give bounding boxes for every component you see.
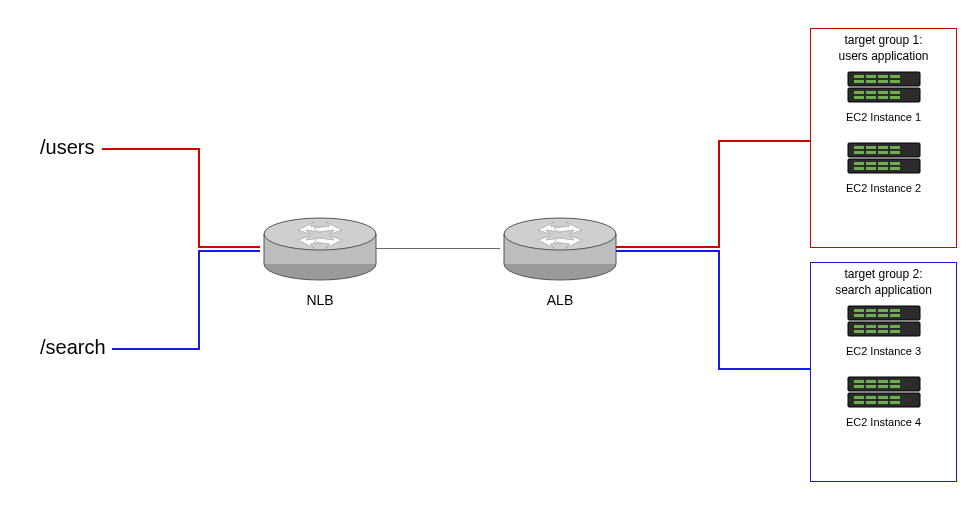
ec2-instance-1-label: EC2 Instance 1: [811, 111, 956, 123]
svg-rect-83: [866, 401, 876, 404]
svg-rect-66: [878, 330, 888, 333]
connector-alb-tg2-v: [718, 250, 720, 370]
svg-rect-43: [866, 162, 876, 165]
connector-alb-tg2-h1: [616, 250, 720, 252]
svg-rect-17: [866, 75, 876, 78]
svg-rect-84: [878, 401, 888, 404]
svg-rect-70: [854, 380, 864, 383]
svg-rect-79: [866, 396, 876, 399]
target-group-2: target group 2: search application EC2 I…: [810, 262, 957, 482]
svg-rect-30: [878, 96, 888, 99]
svg-rect-46: [854, 167, 864, 170]
svg-rect-80: [878, 396, 888, 399]
nlb-device: NLB: [260, 214, 380, 284]
svg-rect-23: [890, 80, 900, 83]
svg-rect-18: [878, 75, 888, 78]
connector-search-h1: [112, 348, 200, 350]
svg-rect-55: [890, 309, 900, 312]
svg-rect-32: [848, 143, 920, 157]
svg-rect-64: [854, 330, 864, 333]
svg-rect-72: [878, 380, 888, 383]
svg-rect-42: [854, 162, 864, 165]
svg-rect-68: [848, 377, 920, 391]
svg-rect-59: [890, 314, 900, 317]
svg-rect-81: [890, 396, 900, 399]
target-group-1-title: target group 1: users application: [811, 33, 956, 64]
svg-rect-26: [878, 91, 888, 94]
svg-rect-35: [866, 146, 876, 149]
svg-rect-56: [854, 314, 864, 317]
svg-rect-51: [848, 322, 920, 336]
svg-rect-78: [854, 396, 864, 399]
target-group-1: target group 1: users application EC2 In…: [810, 28, 957, 248]
connector-alb-tg1-h1: [616, 246, 720, 248]
svg-rect-54: [878, 309, 888, 312]
svg-rect-37: [890, 146, 900, 149]
alb-label: ALB: [500, 292, 620, 308]
server-icon: [844, 375, 924, 411]
svg-rect-82: [854, 401, 864, 404]
svg-rect-60: [854, 325, 864, 328]
path-search-label: /search: [40, 336, 106, 359]
svg-rect-20: [854, 80, 864, 83]
nlb-label: NLB: [260, 292, 380, 308]
svg-rect-24: [854, 91, 864, 94]
svg-rect-25: [866, 91, 876, 94]
ec2-instance-2: EC2 Instance 2: [811, 141, 956, 194]
alb-device: ALB: [500, 214, 620, 284]
svg-rect-39: [866, 151, 876, 154]
svg-rect-31: [890, 96, 900, 99]
svg-rect-19: [890, 75, 900, 78]
ec2-instance-2-label: EC2 Instance 2: [811, 182, 956, 194]
svg-rect-67: [890, 330, 900, 333]
svg-rect-15: [848, 88, 920, 102]
server-icon: [844, 304, 924, 340]
connector-alb-tg1-h2: [718, 140, 810, 142]
svg-rect-75: [866, 385, 876, 388]
tg2-title-line2: search application: [835, 283, 932, 297]
connector-alb-tg1-v: [718, 140, 720, 248]
svg-rect-50: [848, 306, 920, 320]
svg-rect-40: [878, 151, 888, 154]
svg-rect-76: [878, 385, 888, 388]
svg-rect-63: [890, 325, 900, 328]
svg-rect-57: [866, 314, 876, 317]
svg-rect-27: [890, 91, 900, 94]
router-icon: [260, 214, 380, 284]
svg-rect-22: [878, 80, 888, 83]
ec2-instance-3-label: EC2 Instance 3: [811, 345, 956, 357]
svg-rect-61: [866, 325, 876, 328]
target-group-2-title: target group 2: search application: [811, 267, 956, 298]
svg-rect-38: [854, 151, 864, 154]
tg1-title-line1: target group 1:: [844, 33, 922, 47]
svg-rect-48: [878, 167, 888, 170]
tg1-title-line2: users application: [838, 49, 928, 63]
svg-rect-44: [878, 162, 888, 165]
server-icon: [844, 70, 924, 106]
ec2-instance-4-label: EC2 Instance 4: [811, 416, 956, 428]
server-icon: [844, 141, 924, 177]
svg-rect-62: [878, 325, 888, 328]
connector-users-h1: [102, 148, 200, 150]
connector-search-v: [198, 250, 200, 350]
svg-rect-69: [848, 393, 920, 407]
connector-nlb-alb: [376, 248, 500, 249]
svg-rect-52: [854, 309, 864, 312]
svg-rect-85: [890, 401, 900, 404]
router-icon: [500, 214, 620, 284]
svg-rect-45: [890, 162, 900, 165]
ec2-instance-1: EC2 Instance 1: [811, 70, 956, 123]
svg-rect-34: [854, 146, 864, 149]
svg-rect-21: [866, 80, 876, 83]
svg-rect-71: [866, 380, 876, 383]
connector-users-v: [198, 148, 200, 248]
svg-rect-16: [854, 75, 864, 78]
svg-rect-36: [878, 146, 888, 149]
connector-alb-tg2-h2: [718, 368, 810, 370]
svg-point-2: [264, 218, 376, 250]
svg-rect-47: [866, 167, 876, 170]
ec2-instance-4: EC2 Instance 4: [811, 375, 956, 428]
ec2-instance-3: EC2 Instance 3: [811, 304, 956, 357]
svg-rect-28: [854, 96, 864, 99]
path-users-label: /users: [40, 136, 94, 159]
